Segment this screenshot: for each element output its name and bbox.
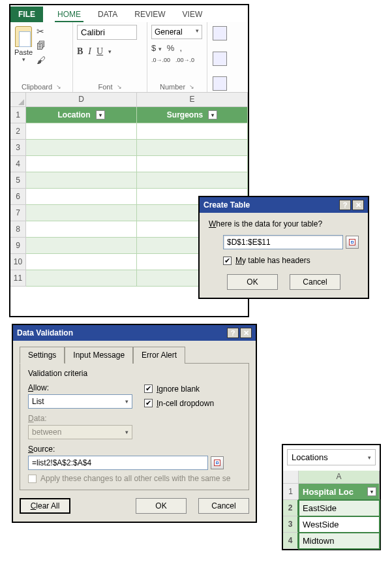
table-row: 4 bbox=[10, 156, 248, 172]
format-painter-icon[interactable]: 🖌 bbox=[37, 55, 46, 65]
dialog-launcher-icon[interactable]: ↘ bbox=[117, 84, 122, 90]
filter-button[interactable]: ▾ bbox=[367, 487, 376, 496]
row-header[interactable]: 3 bbox=[10, 140, 26, 156]
underline-button[interactable]: U bbox=[97, 46, 103, 57]
select-all-corner[interactable] bbox=[283, 471, 299, 484]
source-input[interactable]: =list2!$A$2:$A$4 bbox=[28, 456, 208, 470]
allow-label: Allow: bbox=[28, 383, 132, 392]
cell[interactable] bbox=[137, 140, 248, 156]
view-tab[interactable]: VIEW bbox=[180, 7, 205, 22]
cell[interactable]: Surgeons▾ bbox=[137, 107, 248, 123]
row-header[interactable]: 11 bbox=[10, 270, 26, 287]
name-box[interactable]: Locations ▾ bbox=[287, 449, 376, 465]
tab-error-alert[interactable]: Error Alert bbox=[133, 347, 185, 364]
dialog-launcher-icon[interactable]: ↘ bbox=[56, 84, 61, 90]
cell-styles-icon[interactable] bbox=[213, 76, 227, 91]
data-tab[interactable]: DATA bbox=[95, 7, 120, 22]
clipboard-icon bbox=[15, 26, 32, 47]
percent-button[interactable]: % bbox=[167, 43, 175, 53]
table-range-input[interactable]: $D$1:$E$11 bbox=[223, 235, 343, 249]
row-header[interactable]: 8 bbox=[10, 221, 26, 238]
chevron-down-icon[interactable]: ▾ bbox=[108, 48, 112, 55]
cell[interactable] bbox=[26, 270, 137, 287]
dialog-titlebar[interactable]: Create Table ? ✕ bbox=[200, 197, 368, 213]
cell[interactable]: WestSide bbox=[299, 516, 380, 533]
row-header[interactable]: 4 bbox=[283, 533, 299, 549]
cancel-button[interactable]: Cancel bbox=[198, 498, 249, 514]
select-all-corner[interactable] bbox=[10, 93, 26, 107]
cell[interactable] bbox=[137, 123, 248, 140]
has-headers-checkbox[interactable]: ✔ bbox=[223, 257, 232, 265]
table-row: 3 bbox=[10, 140, 248, 156]
bold-button[interactable]: B bbox=[77, 46, 83, 57]
row-header[interactable]: 9 bbox=[10, 238, 26, 254]
mini-worksheet: Locations ▾ A 1Hospital Loc▾2EastSide3We… bbox=[282, 444, 381, 550]
paste-button[interactable]: Paste ▾ bbox=[14, 25, 33, 63]
column-header-e[interactable]: E bbox=[137, 93, 248, 107]
home-tab[interactable]: HOME bbox=[55, 7, 83, 22]
number-format-select[interactable]: General▾ bbox=[151, 25, 202, 39]
clear-all-button[interactable]: Clear All bbox=[20, 498, 70, 514]
row-header[interactable]: 4 bbox=[10, 156, 26, 172]
ok-button[interactable]: OK bbox=[136, 498, 187, 514]
cancel-button[interactable]: Cancel bbox=[290, 274, 340, 290]
cell[interactable] bbox=[26, 238, 137, 254]
tab-input-message[interactable]: Input Message bbox=[65, 347, 133, 364]
range-selector-button[interactable] bbox=[211, 456, 224, 469]
copy-icon[interactable]: 🗐 bbox=[37, 40, 46, 51]
tab-settings[interactable]: Settings bbox=[20, 347, 65, 364]
row-header[interactable]: 1 bbox=[283, 484, 299, 500]
cell[interactable] bbox=[26, 221, 137, 238]
range-selector-button[interactable] bbox=[346, 236, 359, 249]
comma-button[interactable]: , bbox=[179, 43, 182, 53]
cell[interactable]: Midtown bbox=[299, 533, 380, 549]
close-button[interactable]: ✕ bbox=[352, 200, 364, 210]
cell[interactable] bbox=[137, 172, 248, 189]
cell[interactable] bbox=[26, 205, 137, 221]
row-header[interactable]: 2 bbox=[10, 123, 26, 140]
conditional-formatting-icon[interactable] bbox=[213, 26, 227, 40]
file-tab[interactable]: FILE bbox=[10, 7, 43, 22]
review-tab[interactable]: REVIEW bbox=[132, 7, 168, 22]
accounting-button[interactable]: $ ▾ bbox=[151, 43, 162, 53]
cut-icon[interactable]: ✂ bbox=[37, 26, 46, 37]
column-header-d[interactable]: D bbox=[26, 93, 137, 107]
cell[interactable] bbox=[26, 140, 137, 156]
close-button[interactable]: ✕ bbox=[240, 328, 252, 338]
chevron-down-icon: ▾ bbox=[368, 454, 371, 461]
cell[interactable] bbox=[26, 123, 137, 140]
table-row: 1Location▾Surgeons▾ bbox=[10, 107, 248, 123]
dialog-titlebar[interactable]: Data Validation ? ✕ bbox=[13, 325, 256, 341]
row-header[interactable]: 2 bbox=[283, 500, 299, 516]
row-header[interactable]: 1 bbox=[10, 107, 26, 123]
filter-button[interactable]: ▾ bbox=[208, 110, 217, 119]
cell[interactable] bbox=[26, 156, 137, 172]
styles-group bbox=[207, 22, 232, 92]
cell[interactable] bbox=[26, 172, 137, 189]
row-header[interactable]: 5 bbox=[10, 172, 26, 189]
in-cell-dropdown-checkbox[interactable]: ✔ bbox=[144, 399, 153, 407]
cell[interactable] bbox=[26, 254, 137, 270]
column-header-a[interactable]: A bbox=[299, 471, 380, 484]
format-as-table-icon[interactable] bbox=[213, 52, 227, 66]
cell[interactable]: EastSide bbox=[299, 500, 380, 516]
italic-button[interactable]: I bbox=[88, 46, 91, 57]
row-header[interactable]: 7 bbox=[10, 205, 26, 221]
cell[interactable]: Hospital Loc▾ bbox=[299, 484, 380, 500]
dialog-launcher-icon[interactable]: ↘ bbox=[189, 84, 194, 90]
font-name-select[interactable]: Calibri bbox=[77, 25, 137, 40]
increase-decimal-button[interactable]: .0→.00 bbox=[151, 57, 170, 63]
cell[interactable] bbox=[137, 156, 248, 172]
cell[interactable]: Location▾ bbox=[26, 107, 137, 123]
ok-button[interactable]: OK bbox=[227, 274, 278, 290]
allow-select[interactable]: List▾ bbox=[28, 394, 132, 409]
cell[interactable] bbox=[26, 189, 137, 205]
row-header[interactable]: 10 bbox=[10, 254, 26, 270]
help-button[interactable]: ? bbox=[339, 200, 351, 210]
help-button[interactable]: ? bbox=[227, 328, 239, 338]
filter-button[interactable]: ▾ bbox=[96, 110, 105, 119]
row-header[interactable]: 3 bbox=[283, 516, 299, 533]
decrease-decimal-button[interactable]: .00→.0 bbox=[175, 57, 194, 63]
ignore-blank-checkbox[interactable]: ✔ bbox=[144, 384, 153, 393]
row-header[interactable]: 6 bbox=[10, 189, 26, 205]
